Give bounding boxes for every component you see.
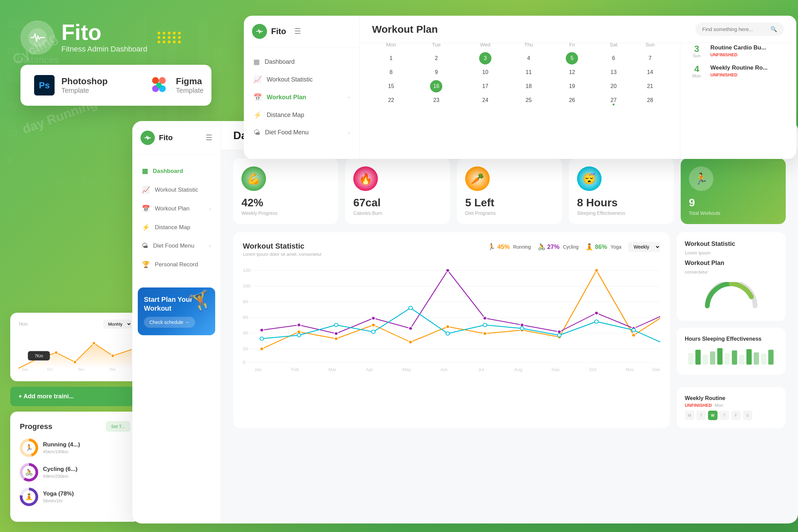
set-target-btn[interactable]: Set T... xyxy=(106,421,130,432)
cal-cell[interactable]: 4 xyxy=(510,50,547,66)
svg-text:Feb: Feb xyxy=(82,176,98,186)
svg-point-37 xyxy=(260,347,264,351)
plan-item-1[interactable]: 3 Sun Routine Cardio Bu... UNFINISHED xyxy=(689,44,788,58)
db-plan-icon: 📅 xyxy=(142,205,150,212)
diet-arrow-icon: › xyxy=(348,130,350,135)
routine-day-item: F xyxy=(731,411,741,420)
plan-item-2[interactable]: 4 Mon Weekly Routine Ro... UNFINISHED xyxy=(689,64,788,78)
hero-logo-text: Fito Fitness Admin Dashboard xyxy=(61,21,147,54)
progress-circle-running: 🏃 xyxy=(20,439,38,457)
cal-cell[interactable]: 14 xyxy=(631,67,669,77)
wpc-sidebar: Fito ☰ ▦ Dashboard 📈 Workout Statistic 📅… xyxy=(244,16,360,159)
diet-icon: 🌤 xyxy=(253,129,260,136)
nav-distance-map[interactable]: ⚡ Distance Map xyxy=(244,106,359,124)
add-training-btn[interactable]: + Add more traini... xyxy=(10,387,140,406)
cal-cell[interactable]: 7 xyxy=(631,50,669,66)
db-stat-icon: 📈 xyxy=(142,186,150,194)
cal-cell[interactable]: 22 xyxy=(371,95,412,105)
progress-title: Progress xyxy=(20,422,52,431)
svg-point-52 xyxy=(409,327,412,330)
period-dropdown[interactable]: Weekly Monthly xyxy=(628,242,660,252)
donut-chart-area xyxy=(685,279,778,313)
nav-workout-plan[interactable]: 📅 Workout Plan › xyxy=(244,88,359,106)
progress-icon-circle: 💪 xyxy=(241,166,266,191)
chart-period-select[interactable]: Monhly Weekly xyxy=(103,320,132,329)
wpc-search-input[interactable] xyxy=(702,26,767,32)
cal-cell[interactable]: 25 xyxy=(510,95,547,105)
cal-cell[interactable]: 17 xyxy=(461,78,509,94)
cal-cell[interactable]: 13 xyxy=(597,67,630,77)
prog-info-yoga: Yoga (78%) 56min/1hr xyxy=(43,490,74,503)
db-nav-dashboard[interactable]: ▦ Dashboard xyxy=(132,162,221,180)
svg-point-57 xyxy=(594,311,598,315)
nav-dashboard[interactable]: ▦ Dashboard xyxy=(244,53,359,71)
progress-label: Weekly Progress xyxy=(241,210,330,216)
cal-cell[interactable]: 28 xyxy=(631,95,669,105)
cal-cell[interactable]: 20 xyxy=(597,78,630,94)
wpc-topbar: Workout Plan 🔍 xyxy=(360,16,796,43)
svg-text:20: 20 xyxy=(243,347,248,351)
svg-point-49 xyxy=(297,323,301,327)
small-chart-card: 7Km Monhly Weekly 7Km xyxy=(10,313,140,381)
svg-rect-85 xyxy=(710,351,715,365)
calories-label: Calories Burn xyxy=(353,210,442,216)
cal-cell-27[interactable]: 27 xyxy=(597,95,630,105)
svg-point-40 xyxy=(371,323,375,327)
hero-logo-icon xyxy=(20,20,55,55)
svg-point-38 xyxy=(297,330,301,334)
cal-cell[interactable]: 26 xyxy=(548,95,596,105)
photoshop-template[interactable]: Ps Photoshop Template xyxy=(34,75,108,95)
svg-text:Aug: Aug xyxy=(514,368,522,372)
wpc-search[interactable]: 🔍 xyxy=(695,23,784,36)
figma-template[interactable]: Figma Template xyxy=(149,75,204,95)
cal-cell-16[interactable]: 16 xyxy=(412,78,461,94)
plan-info-1: Routine Cardio Bu... UNFINISHED xyxy=(710,44,766,57)
check-schedule-btn[interactable]: Check schedule → xyxy=(144,317,195,328)
cal-cell-3[interactable]: 3 xyxy=(461,50,509,66)
wpc-menu-icon[interactable]: ☰ xyxy=(294,27,301,36)
cal-cell[interactable]: 21 xyxy=(631,78,669,94)
db-nav-diet[interactable]: 🌤 Diet Food Menu › xyxy=(132,237,221,255)
db-nav-workout-plan[interactable]: 📅 Workout Plan › xyxy=(132,199,221,218)
cal-cell[interactable]: 1 xyxy=(371,50,412,66)
plan-info-2: Weekly Routine Ro... UNFINISHED xyxy=(710,64,768,77)
cycling-prog-icon: 🚴 xyxy=(23,466,35,479)
db-nav-workout-stat[interactable]: 📈 Workout Statistic xyxy=(132,180,221,199)
hero-logo: Fito Fitness Admin Dashboard xyxy=(20,20,211,55)
cal-cell[interactable]: 24 xyxy=(461,95,509,105)
svg-point-99 xyxy=(111,354,114,357)
cal-cell[interactable]: 11 xyxy=(510,67,547,77)
cal-cell[interactable]: 12 xyxy=(548,67,596,77)
svg-point-55 xyxy=(520,323,524,327)
cal-cell[interactable]: 2 xyxy=(412,50,461,66)
svg-text:Nov: Nov xyxy=(626,368,634,372)
plan-date-4: 4 Mon xyxy=(689,64,705,78)
svg-point-62 xyxy=(371,330,375,334)
cal-cell[interactable]: 23 xyxy=(412,95,461,105)
svg-rect-91 xyxy=(754,352,759,365)
workout-right-title: Workout Statistic xyxy=(685,240,778,248)
db-diet-icon: 🌤 xyxy=(142,242,148,250)
svg-text:0: 0 xyxy=(7,154,13,166)
nav-workout-stat[interactable]: 📈 Workout Statistic xyxy=(244,71,359,88)
nav-diet-food[interactable]: 🌤 Diet Food Menu › xyxy=(244,124,359,141)
cal-cell[interactable]: 15 xyxy=(371,78,412,94)
db-menu-icon[interactable]: ☰ xyxy=(206,133,212,142)
svg-text:100: 100 xyxy=(243,284,250,289)
svg-rect-87 xyxy=(725,353,730,365)
progress-icon: 💪 xyxy=(247,172,261,185)
cal-cell[interactable]: 9 xyxy=(412,67,461,77)
db-nav-distance[interactable]: ⚡ Distance Map xyxy=(132,218,221,237)
cal-cell-5[interactable]: 5 xyxy=(548,50,596,66)
cal-cell[interactable]: 6 xyxy=(597,50,630,66)
svg-text:May: May xyxy=(402,368,411,372)
heartbeat-icon xyxy=(28,28,47,47)
db-nav-personal[interactable]: 🏆 Personal Record xyxy=(132,255,221,274)
cal-cell[interactable]: 8 xyxy=(371,67,412,77)
svg-text:120: 120 xyxy=(243,268,250,273)
cal-cell[interactable]: 18 xyxy=(510,78,547,94)
cal-cell[interactable]: 19 xyxy=(548,78,596,94)
diet-label: Diet Programs xyxy=(465,210,554,216)
svg-rect-83 xyxy=(695,350,701,365)
cal-cell[interactable]: 10 xyxy=(461,67,509,77)
